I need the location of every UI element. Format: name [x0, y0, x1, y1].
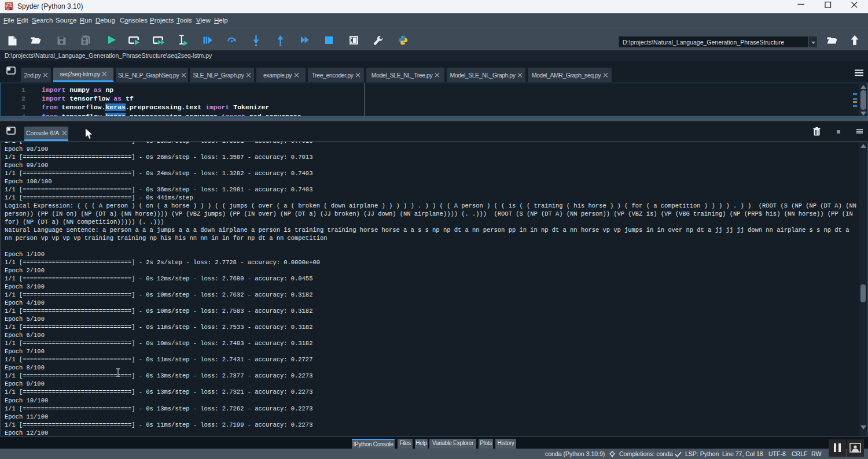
svg-text:s: s [9, 5, 12, 10]
